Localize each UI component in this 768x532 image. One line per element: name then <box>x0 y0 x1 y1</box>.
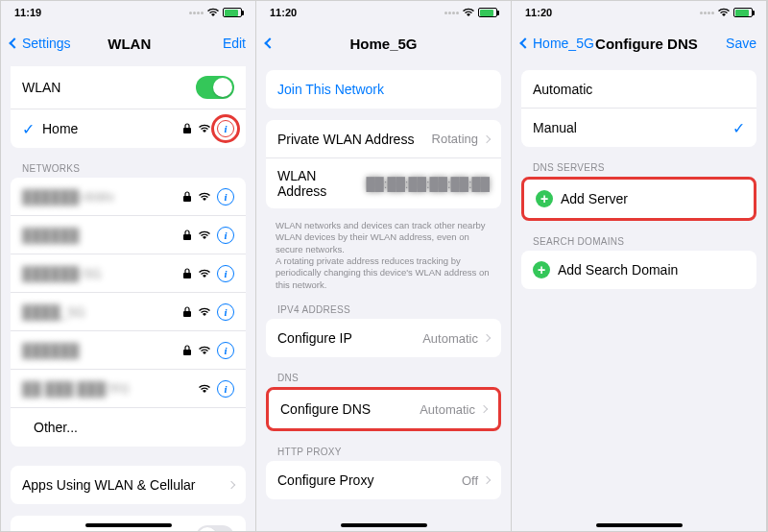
svg-rect-4 <box>183 311 191 317</box>
info-icon[interactable]: i <box>217 120 234 137</box>
other-network-row[interactable]: Other... <box>11 408 246 447</box>
wifi-icon <box>198 304 211 320</box>
network-name: ██ ███ ███7F0 <box>22 381 198 397</box>
info-icon[interactable]: i <box>217 188 234 206</box>
info-icon[interactable]: i <box>217 227 234 244</box>
lock-icon <box>182 345 192 356</box>
back-button[interactable] <box>266 39 324 47</box>
address-description: WLAN networks and devices can track othe… <box>256 220 511 301</box>
add-search-domain-row[interactable]: + Add Search Domain <box>521 251 756 289</box>
screen-configure-dns: 11:20 Home_5G Configure DNS Save Automat… <box>512 1 767 531</box>
lock-icon <box>182 191 192 203</box>
nav-bar: Home_5G <box>256 24 511 62</box>
status-time: 11:20 <box>270 7 297 18</box>
network-name: ██████ <box>22 228 182 243</box>
dns-header: DNS <box>256 369 511 387</box>
wifi-icon <box>198 228 211 243</box>
save-button[interactable]: Save <box>699 36 756 51</box>
connected-network-row[interactable]: ✓ Home i <box>11 109 246 148</box>
wapi-switch[interactable] <box>196 525 234 531</box>
svg-rect-1 <box>183 196 191 202</box>
chevron-right-icon <box>483 334 491 342</box>
chevron-right-icon <box>483 134 491 142</box>
plus-icon: + <box>536 190 553 207</box>
wlan-toggle-row[interactable]: WLAN <box>11 66 246 109</box>
status-bar: 11:20 <box>512 1 766 24</box>
wifi-icon <box>206 7 220 19</box>
network-row[interactable]: ██ ███ ███7F0i <box>11 370 246 408</box>
info-icon[interactable]: i <box>217 265 234 282</box>
back-button[interactable]: Settings <box>11 36 71 51</box>
wifi-icon <box>198 381 211 397</box>
proxy-header: HTTP PROXY <box>256 443 511 461</box>
plus-icon: + <box>533 261 550 278</box>
network-row[interactable]: ██████-rkWvi <box>11 178 246 216</box>
nav-title: Home_5G <box>324 36 444 52</box>
battery-icon <box>478 8 497 17</box>
network-name: ████_5G <box>22 304 182 320</box>
wlan-switch[interactable] <box>196 76 234 99</box>
chevron-right-icon <box>480 405 488 413</box>
nav-bar: Home_5G Configure DNS Save <box>512 24 766 62</box>
status-icons <box>189 7 242 19</box>
manual-row[interactable]: Manual ✓ <box>521 109 756 147</box>
edit-button[interactable]: Edit <box>188 36 246 51</box>
lock-icon <box>182 123 192 134</box>
svg-rect-3 <box>183 273 191 278</box>
status-bar: 11:19 <box>1 1 255 24</box>
networks-header: NETWORKS <box>1 159 255 178</box>
network-name: ██████-rkWv <box>22 189 182 205</box>
svg-rect-0 <box>183 128 191 133</box>
chevron-left-icon <box>519 37 530 48</box>
cellular-icon <box>444 12 459 14</box>
lock-icon <box>182 306 192 318</box>
configure-proxy-row[interactable]: Configure Proxy Off <box>266 461 501 499</box>
cellular-icon <box>700 12 714 14</box>
network-row[interactable]: ██████-5Gi <box>11 254 246 293</box>
wifi-icon <box>198 121 211 136</box>
configure-dns-row[interactable]: Configure DNS Automatic <box>269 390 498 428</box>
info-icon[interactable]: i <box>217 380 234 398</box>
chevron-right-icon <box>483 476 491 484</box>
connected-name: Home <box>42 121 182 136</box>
wifi-icon <box>717 7 731 19</box>
configure-ip-row[interactable]: Configure IP Automatic <box>266 319 501 357</box>
apps-using-wlan-row[interactable]: Apps Using WLAN & Cellular <box>11 466 246 504</box>
home-indicator[interactable] <box>596 523 683 527</box>
screen-wlan: 11:19 Settings WLAN Edit WLAN ✓ Home i <box>1 1 256 531</box>
back-button[interactable]: Home_5G <box>521 36 594 51</box>
network-row[interactable]: ██████i <box>11 331 246 370</box>
nav-title: WLAN <box>71 36 188 52</box>
status-time: 11:20 <box>525 7 552 18</box>
private-address-row[interactable]: Private WLAN Address Rotating <box>266 120 501 158</box>
automatic-row[interactable]: Automatic <box>521 70 756 109</box>
join-network-row[interactable]: Join This Network <box>266 70 501 109</box>
search-domains-header: SEARCH DOMAINS <box>512 232 766 251</box>
wlan-address-row: WLAN Address ██:██:██:██:██:██ <box>266 158 501 208</box>
check-icon: ✓ <box>732 119 745 137</box>
add-server-row[interactable]: + Add Server <box>524 180 754 218</box>
dns-servers-header: DNS SERVERS <box>512 158 766 177</box>
toggle-label: WLAN <box>22 80 196 95</box>
status-time: 11:19 <box>14 7 41 18</box>
lock-icon <box>182 230 192 241</box>
network-name: ██████-5G <box>22 266 182 281</box>
network-name: ██████ <box>22 343 182 358</box>
nav-bar: Settings WLAN Edit <box>1 24 255 62</box>
network-row[interactable]: ████_5Gi <box>11 293 246 331</box>
info-icon[interactable]: i <box>217 303 234 321</box>
home-indicator[interactable] <box>85 523 172 527</box>
svg-rect-5 <box>183 350 191 355</box>
lock-icon <box>182 268 192 279</box>
ipv4-header: IPV4 ADDRESS <box>256 301 511 319</box>
home-indicator[interactable] <box>341 523 427 527</box>
network-row[interactable]: ██████i <box>11 216 246 254</box>
screen-network-detail: 11:20 Home_5G Join This Network Private … <box>256 1 512 531</box>
nav-title: Configure DNS <box>594 36 699 52</box>
battery-icon <box>733 8 753 17</box>
chevron-left-icon <box>9 37 19 48</box>
wifi-icon <box>198 343 211 358</box>
check-icon: ✓ <box>22 120 35 138</box>
info-icon[interactable]: i <box>217 342 234 359</box>
battery-icon <box>223 8 242 17</box>
